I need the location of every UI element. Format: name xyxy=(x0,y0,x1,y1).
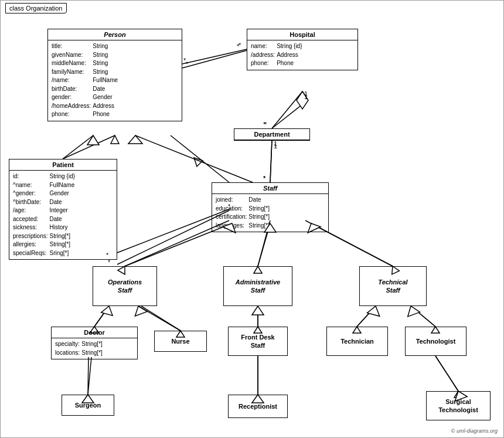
svg-line-10 xyxy=(63,135,115,159)
copyright: © uml-diagrams.org xyxy=(451,428,498,434)
svg-line-47 xyxy=(182,49,247,64)
svg-line-67 xyxy=(411,306,435,327)
receptionist-box: Receptionist xyxy=(228,395,288,418)
department-header: Department xyxy=(234,129,309,140)
surgeon-box: Surgeon xyxy=(62,395,114,416)
person-box: Person title:String givenName:String mid… xyxy=(47,29,182,121)
diagram-title: class Organization xyxy=(5,3,67,13)
operations-staff-label: OperationsStaff xyxy=(108,278,142,295)
front-desk-staff-label: Front DeskStaff xyxy=(241,333,274,350)
svg-marker-44 xyxy=(297,91,308,109)
svg-text:*: * xyxy=(186,60,189,67)
svg-line-0 xyxy=(182,50,247,68)
svg-line-26 xyxy=(357,306,376,327)
svg-text:1: 1 xyxy=(304,90,308,97)
svg-line-59 xyxy=(94,306,109,327)
svg-marker-11 xyxy=(111,135,119,144)
svg-marker-4 xyxy=(298,91,307,103)
diagram-container: class Organization Person title:String g… xyxy=(0,0,504,438)
nurse-box: Nurse xyxy=(154,331,207,352)
svg-marker-60 xyxy=(101,304,115,315)
doctor-header: Doctor xyxy=(52,327,137,338)
svg-line-73 xyxy=(435,356,458,391)
svg-text:*: * xyxy=(263,121,266,128)
staff-body: joined:Date education:String[*] certific… xyxy=(212,194,328,232)
svg-text:1: 1 xyxy=(304,93,308,100)
svg-marker-42 xyxy=(128,135,142,144)
surgical-technologist-box: SurgicalTechnologist xyxy=(426,391,491,420)
svg-line-50 xyxy=(270,140,272,182)
nurse-label: Nurse xyxy=(171,337,189,345)
person-header: Person xyxy=(48,29,182,40)
administrative-staff-box: AdministrativeStaff xyxy=(223,266,292,306)
svg-line-43 xyxy=(272,104,302,128)
svg-line-3 xyxy=(272,91,302,128)
svg-text:1: 1 xyxy=(274,140,277,147)
technician-label: Technician xyxy=(340,337,374,345)
svg-marker-64 xyxy=(252,306,264,315)
administrative-staff-label: AdministrativeStaff xyxy=(236,278,280,295)
surgical-technologist-label: SurgicalTechnologist xyxy=(438,398,478,415)
svg-text:*: * xyxy=(263,175,266,182)
person-body: title:String givenName:String middleName… xyxy=(48,40,182,121)
svg-line-22 xyxy=(141,306,181,331)
svg-line-34 xyxy=(435,356,458,391)
svg-marker-40 xyxy=(87,135,99,145)
hospital-header: Hospital xyxy=(247,29,357,40)
svg-line-69 xyxy=(88,357,88,395)
technologist-box: Technologist xyxy=(405,327,466,356)
svg-text:1: 1 xyxy=(274,142,277,150)
svg-text:*: * xyxy=(263,175,266,182)
svg-text:*: * xyxy=(237,43,240,50)
doctor-box: Doctor specialty:String[*] locations:Str… xyxy=(51,327,138,359)
doctor-body: specialty:String[*] locations:String[*] xyxy=(52,338,137,359)
staff-header: Staff xyxy=(212,183,328,194)
svg-line-61 xyxy=(138,306,181,331)
front-desk-staff-box: Front DeskStaff xyxy=(228,327,288,356)
svg-text:*: * xyxy=(264,121,267,128)
hospital-body: name:String {id} /address:Address phone:… xyxy=(247,40,357,70)
svg-text:*: * xyxy=(239,42,241,49)
svg-line-65 xyxy=(357,306,376,327)
svg-text:*: * xyxy=(183,57,186,64)
staff-box: Staff joined:Date education:String[*] ce… xyxy=(212,182,329,232)
technician-box: Technician xyxy=(326,327,388,356)
svg-line-30 xyxy=(88,357,91,395)
svg-line-39 xyxy=(63,135,93,159)
technical-staff-box: TechnicalStaff xyxy=(359,266,427,306)
patient-box: Patient id:String {id} ^name:FullName ^g… xyxy=(9,159,117,260)
hospital-box: Hospital name:String {id} /address:Addre… xyxy=(247,29,358,70)
svg-line-12 xyxy=(171,135,229,182)
svg-marker-66 xyxy=(367,304,382,316)
surgeon-label: Surgeon xyxy=(75,401,101,409)
receptionist-label: Receptionist xyxy=(239,402,277,410)
department-box: Department xyxy=(234,128,310,141)
patient-header: Patient xyxy=(9,159,117,171)
svg-line-28 xyxy=(411,306,435,327)
svg-line-20 xyxy=(94,306,109,327)
operations-staff-box: OperationsStaff xyxy=(93,266,157,306)
technologist-label: Technologist xyxy=(416,337,456,345)
svg-line-41 xyxy=(135,135,253,182)
svg-line-7 xyxy=(270,140,272,182)
svg-marker-13 xyxy=(191,155,203,167)
technical-staff-label: TechnicalStaff xyxy=(378,278,407,295)
patient-body: id:String {id} ^name:FullName ^gender:Ge… xyxy=(9,171,117,259)
